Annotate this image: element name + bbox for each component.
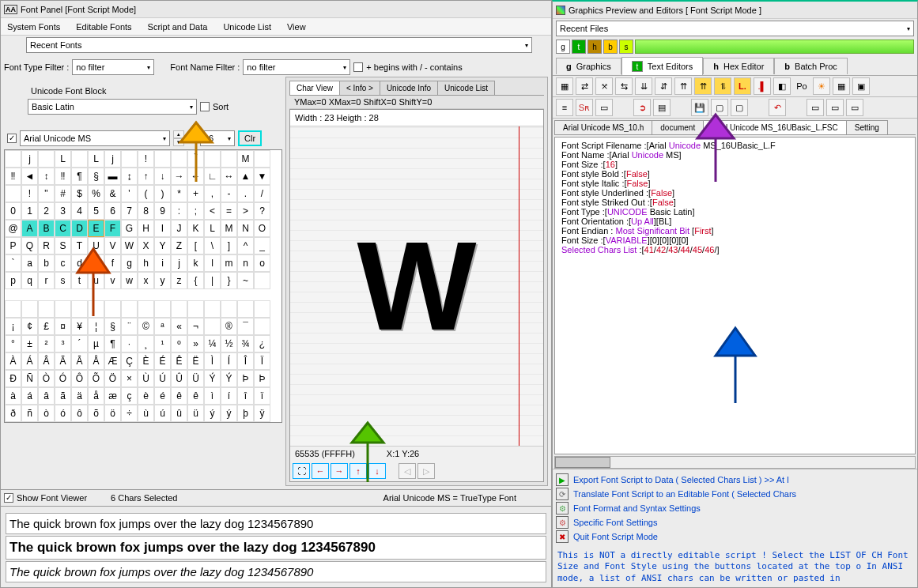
char-cell[interactable]: à bbox=[5, 387, 21, 405]
font-size-combo[interactable]: 16 bbox=[200, 130, 235, 146]
char-cell[interactable]: @ bbox=[5, 220, 21, 237]
char-cell[interactable]: # bbox=[55, 185, 71, 202]
tb-sun-icon[interactable]: ☀ bbox=[813, 77, 830, 95]
char-cell[interactable]: → bbox=[171, 168, 187, 185]
char-cell[interactable]: ³ bbox=[55, 335, 71, 352]
char-cell[interactable]: I bbox=[154, 220, 171, 237]
char-cell[interactable] bbox=[154, 150, 171, 168]
char-cell[interactable]: Ë bbox=[187, 352, 204, 370]
hscroll[interactable] bbox=[554, 456, 916, 469]
action-item[interactable]: ✖Quit Font Script Mode bbox=[556, 530, 914, 544]
chip-t[interactable]: t bbox=[572, 40, 586, 54]
tb-grid-icon[interactable]: ▦ bbox=[556, 77, 573, 95]
block-combo[interactable]: Basic Latin bbox=[28, 99, 197, 115]
char-cell[interactable]: W bbox=[121, 237, 138, 254]
char-cell[interactable]: ¤ bbox=[55, 318, 71, 335]
char-cell[interactable]: Đ bbox=[5, 370, 21, 387]
char-cell[interactable]: Ï bbox=[254, 352, 270, 370]
char-cell[interactable]: j bbox=[21, 150, 38, 168]
char-cell[interactable]: ¹ bbox=[154, 335, 171, 352]
tab-unicode-info[interactable]: Unicode Info bbox=[380, 81, 438, 95]
char-cell[interactable] bbox=[254, 150, 270, 168]
char-grid[interactable]: j L Lj ! Ȉ M ‼◄↕‼¶§▬↨↑↓→←∟↔▲▼ !"#$%&'()*… bbox=[4, 149, 282, 423]
char-cell[interactable]: - bbox=[221, 185, 237, 202]
char-cell[interactable]: > bbox=[237, 202, 254, 220]
char-cell[interactable]: ª bbox=[154, 318, 171, 335]
char-cell[interactable]: i bbox=[154, 254, 171, 272]
char-cell[interactable]: ∟ bbox=[204, 168, 221, 185]
char-cell[interactable]: ÿ bbox=[254, 405, 270, 422]
char-cell[interactable]: s bbox=[55, 272, 71, 289]
char-cell[interactable]: j bbox=[171, 254, 187, 272]
char-cell[interactable]: Ù bbox=[138, 370, 154, 387]
menu-view[interactable]: View bbox=[281, 21, 312, 33]
char-cell[interactable] bbox=[254, 300, 270, 318]
char-cell[interactable]: Ú bbox=[154, 370, 171, 387]
char-cell[interactable]: 1 bbox=[21, 202, 38, 220]
char-cell[interactable] bbox=[21, 300, 38, 318]
char-cell[interactable]: Ê bbox=[171, 352, 187, 370]
char-cell[interactable]: ê bbox=[171, 387, 187, 405]
char-cell[interactable] bbox=[88, 300, 104, 318]
name-filter-combo[interactable]: no filter bbox=[243, 59, 350, 75]
tb-bar[interactable]: .▌ bbox=[754, 77, 771, 95]
char-cell[interactable]: ¡ bbox=[5, 318, 21, 335]
char-cell[interactable]: = bbox=[221, 202, 237, 220]
char-cell[interactable]: L bbox=[88, 150, 104, 168]
tb-a2[interactable]: ⤧ bbox=[595, 77, 613, 95]
tab-batch[interactable]: bBatch Proc bbox=[774, 58, 848, 74]
char-cell[interactable]: 6 bbox=[104, 202, 121, 220]
char-cell[interactable]: Ò bbox=[38, 370, 55, 387]
font-enable-check[interactable] bbox=[7, 134, 17, 143]
script-tab-0[interactable]: Arial Unicode MS_10.h bbox=[554, 120, 652, 134]
font-name-combo[interactable]: Arial Unicode MS bbox=[20, 130, 170, 146]
char-cell[interactable]: Ô bbox=[71, 370, 88, 387]
char-cell[interactable]: Ñ bbox=[21, 370, 38, 387]
tab-unicode-list[interactable]: Unicode List bbox=[437, 81, 495, 95]
char-cell[interactable]: ô bbox=[71, 405, 88, 422]
char-cell[interactable] bbox=[121, 300, 138, 318]
char-cell[interactable]: Ý bbox=[204, 370, 221, 387]
char-cell[interactable] bbox=[138, 300, 154, 318]
char-cell[interactable]: Ö bbox=[104, 370, 121, 387]
char-cell[interactable]: ° bbox=[5, 335, 21, 352]
char-cell[interactable]: µ bbox=[88, 335, 104, 352]
nav-fit[interactable]: ⛶ bbox=[293, 463, 310, 479]
char-cell[interactable]: Þ bbox=[237, 370, 254, 387]
nav-next[interactable]: ▷ bbox=[417, 463, 435, 479]
char-cell[interactable]: Î bbox=[237, 352, 254, 370]
char-cell[interactable]: ◄ bbox=[21, 168, 38, 185]
char-cell[interactable]: ¼ bbox=[204, 335, 221, 352]
char-cell[interactable] bbox=[171, 300, 187, 318]
script-tab-1[interactable]: document bbox=[652, 120, 704, 134]
char-cell[interactable]: E bbox=[88, 220, 104, 237]
char-cell[interactable] bbox=[254, 318, 270, 335]
char-cell[interactable]: G bbox=[121, 220, 138, 237]
char-cell[interactable]: á bbox=[21, 387, 38, 405]
tab-text-editors[interactable]: tText Editors bbox=[621, 57, 703, 75]
char-cell[interactable]: 8 bbox=[138, 202, 154, 220]
menu-script-data[interactable]: Script and Data bbox=[142, 21, 214, 33]
char-cell[interactable]: ` bbox=[5, 254, 21, 272]
char-cell[interactable]: R bbox=[38, 237, 55, 254]
char-cell[interactable] bbox=[38, 300, 55, 318]
char-cell[interactable]: | bbox=[204, 272, 221, 289]
begins-checkbox[interactable] bbox=[353, 62, 363, 72]
char-cell[interactable]: ó bbox=[55, 405, 71, 422]
char-cell[interactable]: g bbox=[121, 254, 138, 272]
action-item[interactable]: ▶Export Font Script to Data ( Selected C… bbox=[556, 473, 914, 487]
char-cell[interactable]: À bbox=[5, 352, 21, 370]
char-cell[interactable]: ↕ bbox=[38, 168, 55, 185]
char-cell[interactable]: r bbox=[38, 272, 55, 289]
char-cell[interactable]: ! bbox=[138, 150, 154, 168]
char-cell[interactable]: í bbox=[221, 387, 237, 405]
char-cell[interactable] bbox=[171, 150, 187, 168]
char-cell[interactable]: § bbox=[104, 318, 121, 335]
char-cell[interactable]: î bbox=[237, 387, 254, 405]
char-cell[interactable]: % bbox=[88, 185, 104, 202]
char-cell[interactable]: Û bbox=[171, 370, 187, 387]
char-cell[interactable]: h bbox=[138, 254, 154, 272]
char-cell[interactable]: C bbox=[55, 220, 71, 237]
char-cell[interactable]: ) bbox=[154, 185, 171, 202]
char-cell[interactable]: ¾ bbox=[237, 335, 254, 352]
